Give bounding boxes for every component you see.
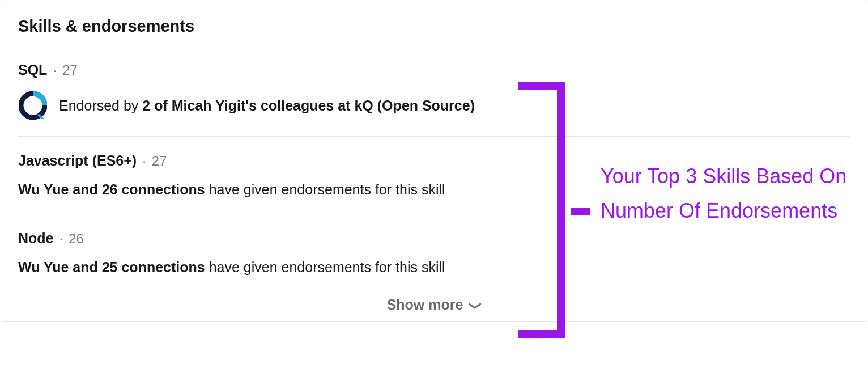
skill-name: Node <box>18 230 54 247</box>
chevron-down-icon <box>469 297 481 313</box>
endorsement-count: 27 <box>152 153 167 169</box>
skill-item[interactable]: Javascript (ES6+) · 27 Wu Yue and 26 con… <box>18 153 850 214</box>
skill-header: Node · 26 <box>18 230 850 247</box>
skill-name: SQL <box>18 62 47 78</box>
endorsement-bold: Wu Yue and 25 connections <box>18 259 205 275</box>
endorsement-row: Wu Yue and 26 connections have given end… <box>18 181 850 198</box>
endorsement-text: Wu Yue and 25 connections have given end… <box>18 259 445 276</box>
separator-dot: · <box>53 62 57 78</box>
skill-header: Javascript (ES6+) · 27 <box>18 153 850 169</box>
endorsement-prefix: Endorsed by <box>59 98 138 113</box>
endorsement-text: Wu Yue and 26 connections have given end… <box>18 181 445 198</box>
show-more-label: Show more <box>387 297 463 313</box>
endorsement-row: Endorsed by 2 of Micah Yigit's colleague… <box>18 91 850 120</box>
separator-dot: · <box>59 231 63 247</box>
section-title: Skills & endorsements <box>18 17 850 36</box>
show-more-bar: Show more <box>1 286 867 321</box>
separator-dot: · <box>142 153 146 169</box>
skills-card: Skills & endorsements SQL · 27 Endorsed … <box>1 1 867 322</box>
endorsement-suffix: have given endorsements for this skill <box>209 259 445 275</box>
endorsement-count: 26 <box>69 231 84 247</box>
endorsement-suffix: have given endorsements for this skill <box>209 181 445 197</box>
show-more-button[interactable]: Show more <box>387 297 482 313</box>
endorsement-count: 27 <box>62 62 78 78</box>
endorsement-row: Wu Yue and 25 connections have given end… <box>18 259 850 276</box>
endorsement-bold: Wu Yue and 26 connections <box>18 181 205 197</box>
card-content: Skills & endorsements SQL · 27 Endorsed … <box>1 1 867 286</box>
endorsement-text: Endorsed by 2 of Micah Yigit's colleague… <box>59 98 475 114</box>
endorsement-bold: 2 of Micah Yigit's colleagues at kQ (Ope… <box>142 98 475 113</box>
company-logo-icon <box>18 91 48 120</box>
skill-item[interactable]: Node · 26 Wu Yue and 25 connections have… <box>18 230 850 286</box>
skill-name: Javascript (ES6+) <box>18 153 137 169</box>
skill-item[interactable]: SQL · 27 Endorsed by 2 of Micah Yigit's … <box>18 62 850 137</box>
skill-header: SQL · 27 <box>18 62 850 78</box>
